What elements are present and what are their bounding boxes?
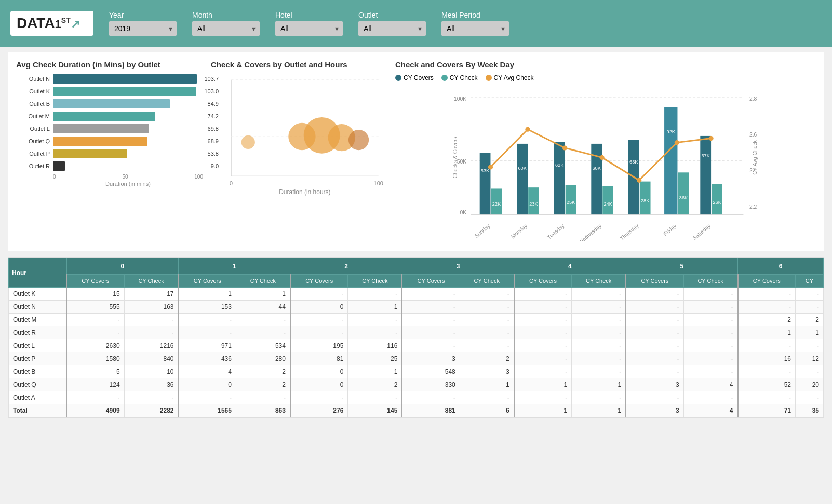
outlet-r-h3-check: - (460, 326, 514, 339)
legend-dot-covers (395, 75, 401, 81)
outlet-k-h6-check: - (796, 288, 824, 301)
outlet-a-h3-check: - (460, 391, 514, 404)
bar-fill-outlet-b (53, 99, 170, 108)
bar-friday-check (678, 172, 689, 214)
text-monday-covers: 60K (518, 166, 527, 171)
bar-row-outlet-b: Outlet B 84.9 (16, 99, 203, 108)
bar-sunday-covers (480, 153, 491, 214)
outlet-m-h6-covers: 2 (738, 314, 796, 326)
outlet-p-h6-check: 12 (796, 352, 824, 365)
outlet-n-h4-check: - (572, 301, 626, 314)
meal-period-select[interactable]: All (441, 21, 509, 36)
outlet-m-h3-check: - (460, 314, 514, 326)
outlet-a-h1-covers: - (179, 391, 236, 404)
dot-sunday (488, 165, 493, 169)
th-h3-check: CY Check (460, 275, 514, 288)
th-h0-check: CY Check (124, 275, 178, 288)
year-filter-label: Year (109, 11, 177, 19)
combo-chart-svg: 100K 50K 0K 2.8 2.6 2.4 2.2 (395, 86, 816, 241)
outlet-p-h2-check: 25 (348, 352, 402, 365)
meal-period-select-wrapper: All (441, 21, 509, 36)
bar-value-outlet-n: 103.7 (204, 76, 219, 82)
logo-text: DATA1ST↗ (17, 15, 80, 32)
outlet-q-h3-check: 1 (460, 378, 514, 391)
th-hour-4: 4 (514, 258, 626, 275)
bar-tuesday-covers (554, 142, 565, 214)
outlet-n-h1-covers: 153 (179, 301, 236, 314)
outlet-b-h0-covers: 5 (66, 365, 124, 378)
outlet-p-h5-check: - (683, 352, 737, 365)
bar-chart: Outlet N 103.7 Outlet K 103.0 Outlet B (16, 74, 203, 187)
bar-fill-outlet-n (53, 74, 197, 84)
bar-chart-x-axis: 0 50 100 (16, 174, 203, 180)
outlet-n-h3-covers: - (402, 301, 460, 314)
outlet-m-h5-covers: - (626, 314, 683, 326)
legend-cy-covers: CY Covers (395, 74, 434, 81)
outlet-b-label: Outlet B (9, 365, 67, 378)
bar-container-outlet-l: 69.8 (53, 124, 203, 133)
bubble-1 (241, 135, 255, 149)
outlet-r-h5-covers: - (626, 326, 683, 339)
outlet-r-h4-check: - (572, 326, 626, 339)
bar-value-outlet-l: 69.8 (208, 126, 219, 132)
outlet-p-h3-check: 2 (460, 352, 514, 365)
outlet-n-h6-check: - (796, 301, 824, 314)
combo-chart-legend: CY Covers CY Check CY Avg Check (395, 74, 816, 81)
bar-container-outlet-q: 68.9 (53, 137, 203, 146)
outlet-n-h2-covers: 0 (290, 301, 348, 314)
bar-container-outlet-r: 9.0 (53, 161, 203, 171)
x-label-saturday: Saturday (691, 223, 712, 241)
bar-chart-x-label: Duration (in mins) (16, 181, 203, 187)
outlet-l-h3-check: - (460, 339, 514, 352)
outlet-m-h2-check: - (348, 314, 402, 326)
outlet-q-h5-covers: 3 (626, 378, 683, 391)
bar-label-outlet-b: Outlet B (16, 101, 50, 107)
legend-cy-avg-check: CY Avg Check (486, 74, 534, 81)
outlet-m-h1-covers: - (179, 314, 236, 326)
th-h1-check: CY Check (236, 275, 290, 288)
text-thursday-covers: 63K (629, 159, 638, 165)
outlet-a-h2-check: - (348, 391, 402, 404)
bar-label-outlet-p: Outlet P (16, 151, 50, 157)
bubble-chart-svg: 0 100 Duration (in hours) (211, 74, 387, 199)
outlet-k-h2-check: - (348, 288, 402, 301)
dot-saturday (708, 136, 713, 141)
outlet-a-h0-check: - (124, 391, 178, 404)
text-tuesday-check: 25K (567, 200, 575, 205)
bubble-chart-title: Check & Covers by Outlet and Hours (211, 60, 387, 69)
th-h4-covers: CY Covers (514, 275, 572, 288)
bar-monday-covers (517, 144, 528, 214)
outlet-q-h5-check: 4 (683, 378, 737, 391)
outlet-filter-label: Outlet (358, 11, 426, 19)
outlet-k-label: Outlet K (9, 288, 67, 301)
year-select[interactable]: 201920182017 (109, 21, 177, 36)
outlet-b-h1-covers: 4 (179, 365, 236, 378)
month-select[interactable]: AllJanFeb (192, 21, 260, 36)
hotel-select[interactable]: All (275, 21, 343, 36)
outlet-k-h1-covers: 1 (179, 288, 236, 301)
outlet-select[interactable]: All (358, 21, 426, 36)
outlet-k-h0-covers: 15 (66, 288, 124, 301)
main-content: Avg Check Duration (in Mins) by Outlet O… (0, 47, 832, 423)
outlet-b-h2-check: 1 (348, 365, 402, 378)
legend-label-covers: CY Covers (404, 74, 434, 81)
legend-label-avg-check: CY Avg Check (494, 74, 534, 81)
dot-thursday (637, 178, 641, 183)
text-saturday-covers: 67K (701, 153, 710, 158)
meal-period-filter-group: Meal Period All (441, 11, 509, 36)
bar-value-outlet-k: 103.0 (204, 88, 219, 94)
text-tuesday-covers: 62K (555, 162, 564, 168)
bar-container-outlet-m: 74.2 (53, 112, 203, 121)
bar-label-outlet-k: Outlet K (16, 88, 50, 94)
bar-wednesday-check (602, 186, 613, 214)
total-h4-check: 1 (572, 404, 626, 417)
th-hour-1: 1 (179, 258, 290, 275)
hotel-select-wrapper: All (275, 21, 343, 36)
outlet-q-h6-covers: 52 (738, 378, 796, 391)
outlet-l-label: Outlet L (9, 339, 67, 352)
x-tick-100: 100 (374, 180, 383, 186)
outlet-m-h5-check: - (683, 314, 737, 326)
outlet-b-h5-covers: - (626, 365, 683, 378)
text-wednesday-covers: 60K (592, 166, 601, 171)
th-hour-5: 5 (626, 258, 737, 275)
